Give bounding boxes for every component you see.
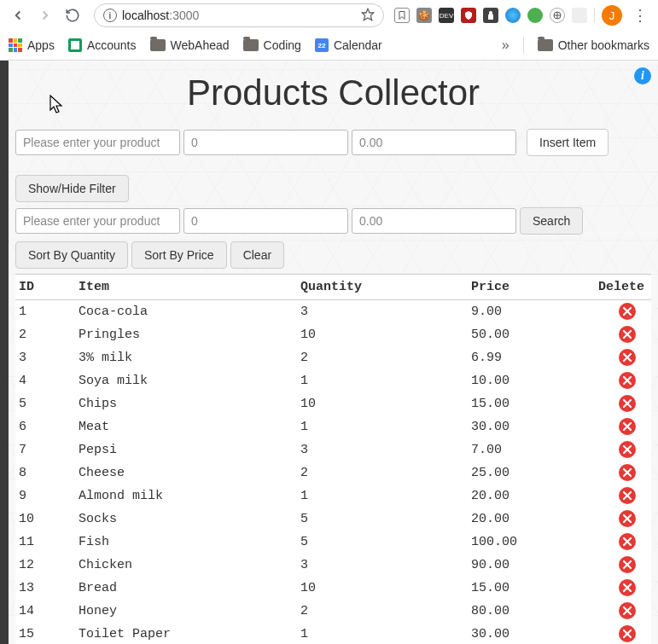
- clear-button[interactable]: Clear: [230, 241, 284, 269]
- reload-button[interactable]: [61, 4, 84, 26]
- cell-quantity: 2: [297, 600, 468, 623]
- bookmark-accounts[interactable]: Accounts: [68, 38, 137, 52]
- search-button[interactable]: Search: [520, 207, 583, 235]
- address-bar[interactable]: i localhost:3000: [94, 3, 384, 27]
- extension-icon[interactable]: [483, 8, 498, 23]
- sort-quantity-button[interactable]: Sort By Quantity: [15, 241, 128, 269]
- filter-price-input[interactable]: [352, 208, 516, 234]
- cell-quantity: 1: [297, 484, 468, 508]
- cell-id: 9: [15, 484, 75, 508]
- delete-button[interactable]: [619, 487, 636, 504]
- site-info-icon[interactable]: i: [103, 9, 117, 22]
- extension-icon[interactable]: DEV: [439, 8, 454, 23]
- delete-button[interactable]: [619, 533, 636, 550]
- delete-button[interactable]: [619, 303, 636, 320]
- table-row: 13Bread1015.00: [15, 577, 651, 600]
- cell-delete: [579, 323, 651, 346]
- cell-item: Toilet Paper: [75, 623, 297, 644]
- delete-button[interactable]: [619, 441, 636, 458]
- cell-quantity: 2: [297, 461, 468, 484]
- cell-price: 9.00: [468, 300, 579, 324]
- delete-button[interactable]: [619, 418, 636, 435]
- insert-item-button[interactable]: Insert Item: [527, 129, 609, 156]
- forward-button[interactable]: [34, 4, 56, 26]
- cell-delete: [579, 554, 651, 577]
- table-row: 7Pepsi37.00: [15, 438, 651, 461]
- cell-item: Almond milk: [75, 484, 297, 508]
- cell-delete: [579, 392, 651, 415]
- cell-quantity: 10: [297, 392, 468, 415]
- delete-button[interactable]: [619, 556, 636, 573]
- table-row: 11Fish5100.00: [15, 531, 651, 554]
- delete-button[interactable]: [619, 579, 636, 596]
- cell-item: Coca-cola: [75, 300, 297, 324]
- delete-button[interactable]: [619, 625, 636, 642]
- insert-price-input[interactable]: [352, 130, 516, 155]
- extension-icon[interactable]: [394, 8, 410, 23]
- browser-menu-icon[interactable]: ⋮: [629, 6, 651, 25]
- insert-row: Insert Item: [9, 129, 658, 156]
- cell-id: 2: [15, 323, 75, 346]
- sort-price-button[interactable]: Sort By Price: [131, 241, 227, 269]
- cell-price: 6.99: [468, 346, 579, 369]
- bookmark-coding[interactable]: Coding: [243, 38, 301, 52]
- table-row: 1Coca-cola39.00: [15, 300, 651, 324]
- cell-price: 30.00: [468, 415, 579, 438]
- delete-button[interactable]: [619, 464, 636, 481]
- back-button[interactable]: [7, 4, 29, 26]
- sheets-icon: [68, 38, 82, 52]
- delete-button[interactable]: [619, 372, 636, 389]
- delete-button[interactable]: [619, 602, 636, 619]
- cell-quantity: 1: [297, 415, 468, 438]
- bookmark-calendar[interactable]: 22 Calendar: [315, 38, 382, 52]
- cell-price: 7.00: [468, 438, 579, 461]
- cell-price: 15.00: [468, 392, 579, 415]
- delete-button[interactable]: [619, 326, 636, 343]
- url-host: localhost: [122, 9, 169, 22]
- extension-icon[interactable]: [527, 8, 543, 23]
- cell-quantity: 10: [297, 577, 468, 600]
- products-table: ID Item Quantity Price Delete 1Coca-cola…: [15, 274, 651, 644]
- cell-id: 11: [15, 531, 75, 554]
- extension-icon[interactable]: [572, 8, 587, 23]
- bookmarks-bar: Apps Accounts WebAhead Coding 22 Calenda…: [0, 31, 658, 60]
- filter-quantity-input[interactable]: [183, 208, 348, 234]
- toggle-filter-button[interactable]: Show/Hide Filter: [15, 175, 129, 202]
- table-row: 14Honey280.00: [15, 600, 651, 623]
- info-icon[interactable]: i: [634, 67, 651, 84]
- os-sidebar-strip: [0, 61, 9, 644]
- delete-button[interactable]: [619, 395, 636, 412]
- cell-price: 80.00: [468, 600, 579, 623]
- cell-id: 3: [15, 346, 75, 369]
- url-port: :3000: [169, 9, 199, 22]
- cell-item: Soya milk: [75, 369, 297, 392]
- cell-price: 100.00: [468, 531, 579, 554]
- cell-quantity: 3: [297, 300, 468, 324]
- browser-toolbar: i localhost:3000 🍪 DEV J ⋮: [0, 0, 658, 31]
- cell-price: 90.00: [468, 554, 579, 577]
- extension-icon[interactable]: [461, 8, 476, 23]
- insert-product-input[interactable]: [15, 130, 180, 155]
- extension-icon[interactable]: [550, 8, 565, 23]
- delete-button[interactable]: [619, 510, 636, 527]
- calendar-icon: 22: [315, 38, 329, 52]
- bookmark-star-icon[interactable]: [361, 8, 375, 24]
- cell-delete: [579, 438, 651, 461]
- bookmarks-overflow[interactable]: »: [502, 38, 510, 53]
- cell-id: 5: [15, 392, 75, 415]
- extension-icon[interactable]: 🍪: [416, 8, 432, 23]
- bookmark-other[interactable]: Other bookmarks: [538, 38, 649, 52]
- app-content: i Products Collector Insert Item Show/Hi…: [9, 61, 658, 644]
- cell-quantity: 2: [297, 346, 468, 369]
- cell-price: 10.00: [468, 369, 579, 392]
- cell-item: 3% milk: [75, 346, 297, 369]
- filter-product-input[interactable]: [15, 208, 180, 234]
- bookmark-apps[interactable]: Apps: [9, 38, 55, 52]
- cell-price: 30.00: [468, 623, 579, 644]
- bookmark-webahead[interactable]: WebAhead: [150, 38, 230, 52]
- extension-icon[interactable]: [505, 8, 521, 23]
- insert-quantity-input[interactable]: [183, 130, 348, 155]
- delete-button[interactable]: [619, 349, 636, 366]
- profile-avatar[interactable]: J: [602, 5, 622, 26]
- cell-delete: [579, 484, 651, 508]
